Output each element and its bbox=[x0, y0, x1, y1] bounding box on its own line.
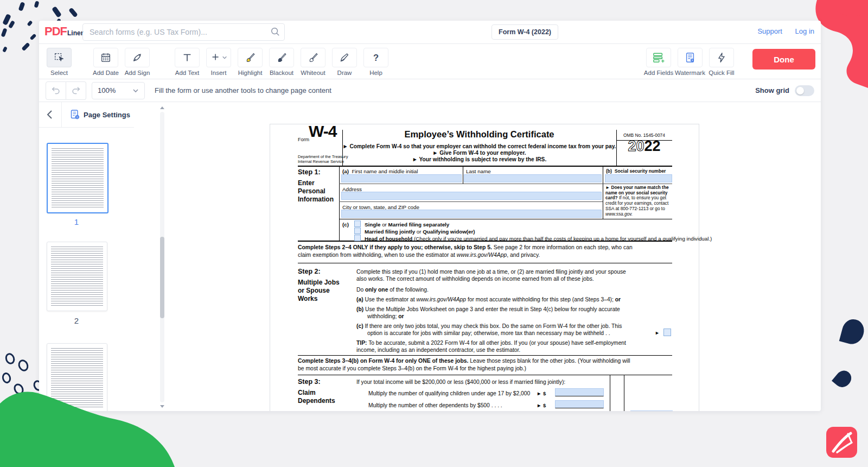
page-settings-icon bbox=[69, 109, 80, 120]
sub-toolbar: 100% Fill the form or use another tools … bbox=[39, 79, 821, 102]
form-title: Employee’s Withholding Certificate bbox=[342, 131, 616, 138]
ssn-field[interactable] bbox=[605, 174, 672, 182]
scroll-up-arrow[interactable] bbox=[160, 106, 164, 109]
text-icon bbox=[181, 52, 193, 64]
redo-icon bbox=[71, 85, 81, 96]
scrollbar-thumb[interactable] bbox=[160, 237, 164, 318]
app-window: PDFLiner Form W-4 (2022) Support Log in … bbox=[0, 0, 868, 467]
logo-liner: Liner bbox=[67, 29, 83, 37]
page-number-2: 2 bbox=[47, 316, 106, 325]
first-name-field[interactable] bbox=[341, 174, 462, 182]
toolbar-hint: Fill the form or use another tools to ch… bbox=[155, 86, 331, 94]
top-header: PDFLiner Form W-4 (2022) Support Log in bbox=[39, 21, 821, 44]
search-icon[interactable] bbox=[270, 27, 280, 36]
select-icon bbox=[53, 52, 65, 64]
svg-text:?: ? bbox=[373, 53, 379, 62]
step3-label: Step 3: bbox=[298, 378, 321, 386]
search-box bbox=[82, 23, 285, 41]
tool-add-date[interactable]: Add Date bbox=[90, 48, 122, 76]
chevron-down-icon bbox=[132, 87, 139, 94]
workspace: Page Settings 1 2 bbox=[39, 102, 821, 411]
pen-icon bbox=[131, 52, 143, 64]
pdfliner-logo[interactable]: PDFLiner bbox=[44, 24, 83, 39]
show-grid-label: Show grid bbox=[755, 86, 789, 94]
tool-highlight[interactable]: Highlight bbox=[234, 48, 266, 76]
last-name-field[interactable] bbox=[464, 174, 602, 182]
lightning-icon bbox=[716, 52, 727, 64]
undo-icon bbox=[50, 85, 61, 96]
ssa-note: ► Does your name match the name on your … bbox=[605, 185, 671, 217]
app-card: PDFLiner Form W-4 (2022) Support Log in … bbox=[39, 21, 821, 411]
w4-note-steps34: Complete Steps 3–4(b) on Form W-4 for on… bbox=[298, 357, 675, 372]
w4-step3: Step 3: Claim Dependents If your total i… bbox=[298, 375, 672, 411]
redo-button[interactable] bbox=[66, 81, 86, 100]
w4-step1: Step 1: Enter Personal Information (a) F… bbox=[298, 166, 672, 242]
document-title-badge: Form W-4 (2022) bbox=[492, 24, 558, 40]
search-input[interactable] bbox=[88, 24, 264, 40]
document-page: Form W-4 Department of the TreasuryInter… bbox=[270, 124, 699, 411]
w4-step2: Step 2: Multiple Jobs or Spouse Works Co… bbox=[298, 266, 672, 356]
tool-select[interactable]: Select bbox=[43, 48, 75, 76]
question-icon: ? bbox=[370, 52, 382, 64]
tool-help[interactable]: ? Help bbox=[360, 48, 392, 76]
watermark-icon bbox=[684, 52, 696, 64]
checkbox-married-jointly[interactable] bbox=[354, 228, 361, 234]
two-jobs-checkbox[interactable] bbox=[663, 329, 671, 336]
step1-label: Step 1: bbox=[298, 169, 321, 176]
page-number-1: 1 bbox=[47, 217, 106, 226]
w4-header: Form W-4 Department of the TreasuryInter… bbox=[298, 130, 672, 167]
filing-status-married: Married filing jointly or Qualifying wid… bbox=[354, 228, 475, 235]
login-link[interactable]: Log in bbox=[795, 27, 814, 35]
zoom-select[interactable]: 100% bbox=[92, 82, 145, 99]
page-thumbnail-1[interactable] bbox=[47, 143, 108, 213]
tool-draw[interactable]: Draw bbox=[329, 48, 360, 76]
step2-label: Step 2: bbox=[298, 268, 321, 275]
highlight-brush-icon bbox=[244, 52, 256, 64]
collapse-sidebar-icon[interactable] bbox=[46, 109, 54, 120]
logo-pdf: PDF bbox=[44, 24, 67, 38]
calendar-icon bbox=[100, 52, 112, 64]
tool-watermark[interactable]: Watermark bbox=[674, 48, 706, 76]
pdf-logo-icon bbox=[826, 427, 857, 458]
form-name: W-4 bbox=[309, 128, 336, 135]
main-toolbar: Select Add Date Add Sign Add Text Insert… bbox=[39, 43, 821, 79]
tool-add-fields[interactable]: Add Fields bbox=[643, 48, 674, 76]
tool-add-sign[interactable]: Add Sign bbox=[122, 48, 153, 76]
whiteout-brush-icon bbox=[307, 52, 319, 64]
city-state-zip-field[interactable] bbox=[341, 210, 602, 218]
show-grid-toggle[interactable] bbox=[795, 85, 814, 96]
dependents-total-field[interactable] bbox=[630, 411, 673, 411]
done-button[interactable]: Done bbox=[752, 49, 815, 70]
filing-status-hoh: Head of household (Check only if you’re … bbox=[354, 235, 712, 242]
pages-sidebar: Page Settings 1 2 bbox=[39, 102, 134, 411]
page-thumbnail-2[interactable] bbox=[47, 242, 107, 311]
arrow-marker: ► bbox=[655, 330, 660, 337]
filing-status-single: Single or Married filing separately bbox=[354, 220, 449, 228]
tool-blackout[interactable]: Blackout bbox=[266, 48, 297, 76]
plus-icon bbox=[210, 52, 222, 64]
chevron-down-icon bbox=[222, 55, 227, 60]
sidebar-scrollbar[interactable] bbox=[159, 106, 165, 408]
blackout-brush-icon bbox=[276, 52, 288, 64]
other-dependents-field[interactable] bbox=[555, 400, 604, 408]
qualifying-children-field[interactable] bbox=[555, 388, 604, 396]
page-settings-button[interactable]: Page Settings bbox=[69, 109, 130, 120]
tool-whiteout[interactable]: Whiteout bbox=[297, 48, 329, 76]
checkbox-head-of-household[interactable] bbox=[354, 235, 361, 241]
form-year: 2022 bbox=[616, 143, 672, 150]
checkbox-single[interactable] bbox=[354, 220, 361, 227]
paintbrush-icon bbox=[339, 52, 350, 64]
address-field[interactable] bbox=[341, 192, 602, 200]
add-fields-icon bbox=[652, 52, 665, 64]
thumbnail-preview bbox=[51, 247, 103, 306]
thumbnail-preview bbox=[52, 148, 104, 208]
support-link[interactable]: Support bbox=[757, 27, 782, 35]
decor-green-blob bbox=[0, 388, 187, 467]
decor-navy-blob-1 bbox=[839, 317, 867, 347]
decor-navy-blob-2 bbox=[832, 368, 854, 391]
tool-insert[interactable]: Insert bbox=[203, 48, 234, 76]
undo-button[interactable] bbox=[46, 81, 66, 100]
tool-add-text[interactable]: Add Text bbox=[171, 48, 203, 76]
tool-quick-fill[interactable]: Quick Fill bbox=[706, 48, 737, 76]
